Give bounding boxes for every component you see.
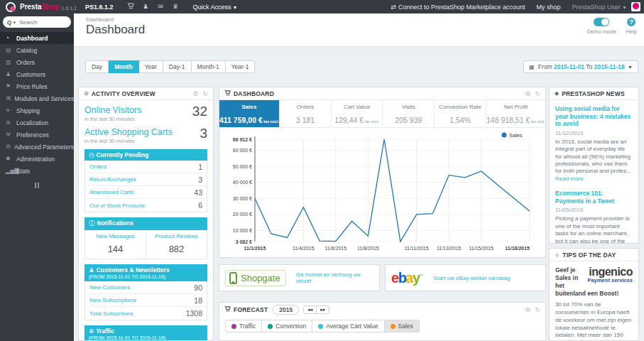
range-button-year-1[interactable]: Year-1 [226,60,256,73]
kpi-tile-orders[interactable]: Orders3 181 [280,100,332,127]
cart-icon [224,306,231,313]
marketplace-connect-link[interactable]: ⇄Connect to PrestaShop Marketplace accou… [391,4,525,11]
forecast-legend-sales[interactable]: Sales [385,320,420,332]
sidebar-item-modules-and-services[interactable]: ⌘Modules and Services [0,92,74,104]
person-icon: ♟ [89,266,94,274]
shopgate-link[interactable]: Ga mobiel en verhoog uw omzet [296,271,373,284]
sidebar-item-orders[interactable]: ▥Orders [0,56,74,68]
online-visitors-sub: in the last 30 minutes [84,116,207,122]
tip-body: 30 tot 70% van de consumenten in Europa … [555,301,633,341]
quick-access-menu[interactable]: Quick Access▼ [193,4,238,11]
refresh-icon[interactable]: ↻ [202,90,208,97]
sidebar-search[interactable]: Q ▼ [3,16,71,28]
search-icon: Q [7,19,11,26]
sidebar-item-administration[interactable]: ✱Administration [0,153,74,165]
pending-label: Out of Stock Products [89,202,145,209]
user-menu[interactable]: PrestaShop User▼ [572,4,627,11]
sidebar-collapse-icon[interactable] [0,183,74,188]
globe-icon: ⊕ [89,328,94,335]
sales-chart: 11/1/201511/4/201511/6/201511/8/201511/1… [219,128,545,259]
person-icon[interactable]: ♟ [138,3,153,11]
forecast-next-button[interactable]: ▸▸ [317,305,329,314]
range-button-day-1[interactable]: Day-1 [163,60,192,73]
range-button-day[interactable]: Day [85,60,109,73]
forecast-legend-average-cart-value[interactable]: Average Cart Value [312,320,384,332]
svg-text:60 000 €: 60 000 € [233,148,252,153]
kpi-tile-cart-value[interactable]: Cart Value129,44 € tax excl. [332,100,383,127]
sidebar-item-shipping[interactable]: ✈Shipping [0,104,74,117]
kpi-tile-visits[interactable]: Visits205 939 [383,100,435,127]
sidebar-item-localization[interactable]: ⊕Localization [0,117,74,129]
svg-text:11/11/2015: 11/11/2015 [405,246,429,251]
my-shop-link[interactable]: My shop [537,4,561,11]
shopgate-name: Shopgate [241,273,280,283]
gear-icon[interactable]: ⚙ [525,90,530,97]
active-carts-label[interactable]: Active Shopping Carts [84,127,207,137]
sidebar-item-preferences[interactable]: ⚒Preferences [0,129,74,141]
notification-new-messages[interactable]: New Messages144 [85,230,146,259]
news-article-title[interactable]: Ecommerce 101: Payments in a Tweet [555,190,633,205]
active-carts-stat: Active Shopping Carts in the last 30 min… [84,127,207,144]
sidebar-item-label: Orders [16,59,35,66]
range-button-year[interactable]: Year [139,60,163,73]
sidebar-item-stats[interactable]: ▂▅▇Stats [0,165,74,177]
stats-icon: ▂▅▇ [6,168,16,174]
sidebar-item-label: Price Rules [16,83,47,90]
pending-row-orders[interactable]: Orders1 [85,161,207,173]
date-range-button[interactable]: ▦ From 2015-11-01 To 2015-11-18 ▼ [523,60,638,73]
help-icon[interactable]: ? [627,18,635,26]
pending-row-return-exchanges[interactable]: Return/Exchanges3 [85,173,207,186]
kpi-label: Visits [383,104,434,110]
gear-icon[interactable]: ⚙ [525,306,530,313]
customers-row-new-subscriptions[interactable]: New Subscriptions18 [85,294,207,307]
sidebar-item-catalog[interactable]: ▤Catalog [0,44,74,56]
sidebar-item-label: Administration [16,156,55,163]
customers-date-range: (FROM 2015-11-01 TO 2015-11-18) [89,274,203,279]
activity-icon: ⊙ [84,90,89,97]
forecast-prev-button[interactable]: ◂◂ [303,305,317,314]
svg-text:10 000 €: 10 000 € [233,228,252,233]
pending-value: 6 [198,201,202,210]
range-button-month-1[interactable]: Month-1 [192,60,226,73]
customers-row-new-customers[interactable]: New Customers90 [85,281,207,294]
forecast-legend-conversion[interactable]: Conversion [262,320,312,332]
tips-of-the-day-panel: ☼ TIPS OF THE DAY ingenico Payment servi… [549,248,639,341]
pending-row-out-of-stock-products[interactable]: Out of Stock Products6 [85,199,207,212]
help-button[interactable]: ? Help [626,18,637,35]
kpi-tile-conversion-rate[interactable]: Conversion Rate1.54% [435,100,486,127]
refresh-icon[interactable]: ↻ [535,90,540,97]
ingenico-logo: ingenico Payment services [588,266,633,283]
kpi-label: Cart Value [332,104,383,110]
sidebar-item-dashboard[interactable]: ◔Dashboard [0,32,74,44]
sidebar-item-customers[interactable]: ♟Customers [0,68,74,80]
refresh-icon[interactable]: ↻ [535,306,540,313]
currently-pending-header: ◷Currently Pending [84,149,207,161]
customers-row-total-subscribers[interactable]: Total Subscribers1308 [85,307,207,320]
sidebar-item-advanced-parameters[interactable]: ⚙Advanced Parameters [0,141,74,153]
notification-product-reviews[interactable]: Product Reviews882 [146,230,207,259]
kpi-tile-sales[interactable]: Sales411 759,00 € tax excl. [219,100,280,127]
sidebar-item-label: Shipping [16,107,40,114]
svg-text:3 082 €: 3 082 € [236,239,252,244]
svg-text:11/13/2015: 11/13/2015 [437,246,462,251]
cart-icon[interactable] [124,3,138,11]
news-article-title[interactable]: Using social media for your business: 4 … [555,105,633,128]
sidebar-item-price-rules[interactable]: ⚑Price Rules [0,80,74,92]
legend-dot-icon [391,324,395,329]
kpi-tile-net-profit[interactable]: Net Profit148 918,51 € tax excl. [486,100,545,127]
trophy-icon[interactable]: ♛ [168,3,183,11]
demo-mode-toggle[interactable]: Demo mode [587,18,616,35]
online-visitors-label[interactable]: Online Visitors [84,105,207,115]
range-button-month[interactable]: Month [109,60,139,73]
pending-row-abandoned-carts[interactable]: Abandoned Carts43 [85,186,207,199]
search-input[interactable] [19,19,62,26]
avatar[interactable] [631,2,640,11]
customers-label: New Subscriptions [89,297,136,303]
forecast-legend-traffic[interactable]: Traffic [225,320,262,332]
toggle-on-icon[interactable] [594,18,609,26]
ebay-link[interactable]: Start uw eBay-winkel vandaag [434,275,511,281]
read-more-link[interactable]: Read more [555,175,584,182]
chevron-down-icon[interactable]: ▼ [12,21,16,25]
envelope-icon[interactable]: ✉ [153,3,168,11]
gear-icon[interactable]: ⚙ [192,90,198,97]
